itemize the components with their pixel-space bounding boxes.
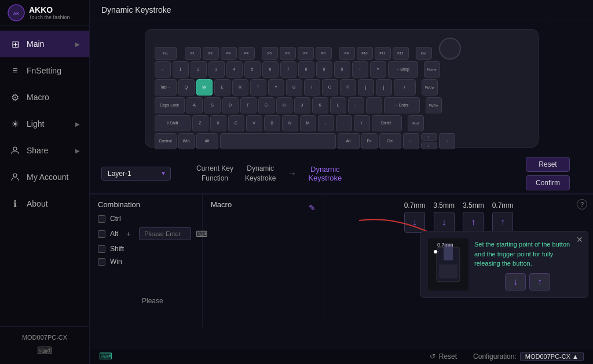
key-s[interactable]: S bbox=[204, 97, 221, 113]
key-b[interactable]: B bbox=[264, 115, 280, 131]
key-down[interactable]: ↓ bbox=[421, 142, 437, 149]
key-f11[interactable]: F11 bbox=[375, 47, 391, 60]
key-t[interactable]: T bbox=[250, 79, 266, 95]
key-8[interactable]: 8 bbox=[298, 61, 314, 78]
key-rshift[interactable]: Shift⇧ bbox=[372, 115, 402, 131]
key-0[interactable]: 0 bbox=[334, 61, 350, 78]
key-pgup[interactable]: PgUp bbox=[422, 79, 438, 95]
key-capslock[interactable]: Caps Lock bbox=[155, 97, 185, 113]
config-value[interactable]: MOD007PC-CX ▲ bbox=[520, 352, 584, 361]
key-lwin[interactable]: Win bbox=[178, 133, 195, 149]
key-pgdn[interactable]: PgDn bbox=[426, 97, 442, 113]
layer-dropdown[interactable]: Layer-1 Layer-2 Layer-3 bbox=[101, 167, 171, 181]
key-c[interactable]: C bbox=[228, 115, 244, 131]
key-f6[interactable]: F6 bbox=[280, 47, 296, 60]
reset-button[interactable]: Reset bbox=[526, 157, 570, 172]
key-5[interactable]: 5 bbox=[244, 61, 261, 78]
key-h[interactable]: H bbox=[276, 97, 292, 113]
confirm-button[interactable]: Confirm bbox=[526, 175, 570, 190]
key-w[interactable]: W bbox=[196, 79, 213, 95]
win-checkbox[interactable] bbox=[98, 258, 105, 266]
key-f3[interactable]: F3 bbox=[221, 47, 237, 60]
key-lctrl[interactable]: Control bbox=[155, 133, 177, 149]
key-up[interactable]: ↑ bbox=[421, 133, 437, 141]
key-input[interactable] bbox=[139, 227, 191, 240]
key-semicolon[interactable]: ; bbox=[348, 97, 364, 113]
key-lshift[interactable]: ⇧Shift bbox=[155, 115, 191, 131]
alt-checkbox[interactable] bbox=[98, 230, 105, 238]
sidebar-item-main[interactable]: ⊞ Main ▶ bbox=[0, 31, 89, 57]
key-f5[interactable]: F5 bbox=[262, 47, 278, 60]
key-tilde[interactable]: ~ bbox=[155, 61, 171, 78]
key-quote[interactable]: ' bbox=[366, 97, 382, 113]
key-z[interactable]: Z bbox=[192, 115, 208, 131]
key-6[interactable]: 6 bbox=[262, 61, 279, 78]
macro-edit-icon[interactable]: ✎ bbox=[309, 203, 316, 212]
key-e[interactable]: E bbox=[214, 79, 230, 95]
key-v[interactable]: V bbox=[246, 115, 262, 131]
key-minus[interactable]: - bbox=[352, 61, 368, 78]
key-m[interactable]: M bbox=[300, 115, 316, 131]
key-f4[interactable]: F4 bbox=[239, 47, 255, 60]
tooltip-up-btn[interactable]: ↑ bbox=[529, 273, 550, 291]
sidebar-item-about[interactable]: ℹ About bbox=[0, 190, 89, 217]
key-j[interactable]: J bbox=[294, 97, 310, 113]
key-space[interactable] bbox=[220, 133, 336, 149]
key-period[interactable]: . bbox=[336, 115, 352, 131]
key-i[interactable]: I bbox=[304, 79, 320, 95]
key-9[interactable]: 9 bbox=[316, 61, 332, 78]
ctrl-checkbox[interactable] bbox=[98, 215, 105, 223]
ks-btn-1[interactable]: ↓ bbox=[434, 212, 455, 233]
key-q[interactable]: Q bbox=[178, 79, 195, 95]
status-reset-btn[interactable]: ↺ Reset bbox=[430, 352, 457, 361]
key-d[interactable]: D bbox=[222, 97, 239, 113]
key-lalt[interactable]: Alt bbox=[196, 133, 218, 149]
key-esc[interactable]: Esc bbox=[155, 47, 177, 60]
tooltip-close-btn[interactable]: ✕ bbox=[576, 235, 583, 244]
key-n[interactable]: N bbox=[282, 115, 298, 131]
key-y[interactable]: Y bbox=[268, 79, 284, 95]
key-r[interactable]: R bbox=[232, 79, 248, 95]
ks-btn-2[interactable]: ↑ bbox=[463, 212, 484, 233]
ks-btn-3[interactable]: ↑ bbox=[492, 212, 513, 233]
key-left[interactable]: ← bbox=[403, 133, 419, 149]
key-f2[interactable]: F2 bbox=[203, 47, 219, 60]
key-slash[interactable]: / bbox=[354, 115, 370, 131]
key-f8[interactable]: F8 bbox=[316, 47, 332, 60]
sidebar-item-myaccount[interactable]: My Account bbox=[0, 164, 89, 190]
tooltip-down-btn[interactable]: ↓ bbox=[505, 273, 526, 291]
ks-btn-0[interactable]: ↓ bbox=[404, 212, 425, 233]
key-l[interactable]: L bbox=[330, 97, 346, 113]
key-right[interactable]: → bbox=[439, 133, 455, 149]
sidebar-item-fnsetting[interactable]: ≡ FnSetting bbox=[0, 57, 89, 84]
key-ralt[interactable]: Alt bbox=[338, 133, 360, 149]
key-a[interactable]: A bbox=[186, 97, 203, 113]
key-f[interactable]: F bbox=[240, 97, 257, 113]
key-2[interactable]: 2 bbox=[191, 61, 207, 78]
layer-select-wrapper[interactable]: Layer-1 Layer-2 Layer-3 ▼ bbox=[101, 167, 171, 181]
key-rctrl[interactable]: Ctrl bbox=[379, 133, 401, 149]
key-f9[interactable]: F9 bbox=[339, 47, 355, 60]
key-fn[interactable]: Fn bbox=[361, 133, 378, 149]
key-3[interactable]: 3 bbox=[208, 61, 225, 78]
key-rbracket[interactable]: ] bbox=[376, 79, 392, 95]
key-del[interactable]: Del bbox=[416, 47, 432, 60]
sidebar-item-light[interactable]: ☀ Light ▶ bbox=[0, 111, 89, 137]
help-icon[interactable]: ? bbox=[577, 199, 587, 209]
key-lbracket[interactable]: [ bbox=[358, 79, 374, 95]
key-u[interactable]: U bbox=[286, 79, 302, 95]
key-home[interactable]: Home bbox=[424, 61, 440, 78]
key-1[interactable]: 1 bbox=[173, 61, 189, 78]
key-f12[interactable]: F12 bbox=[393, 47, 409, 60]
key-backslash[interactable]: \ bbox=[394, 79, 416, 95]
shift-checkbox[interactable] bbox=[98, 245, 105, 253]
key-enter[interactable]: ←Enter bbox=[384, 97, 420, 113]
key-comma[interactable]: , bbox=[318, 115, 334, 131]
key-g[interactable]: G bbox=[258, 97, 274, 113]
key-equal[interactable]: = bbox=[370, 61, 386, 78]
key-knob[interactable] bbox=[439, 38, 461, 60]
sidebar-item-macro[interactable]: ⚙ Macro bbox=[0, 84, 89, 111]
key-7[interactable]: 7 bbox=[280, 61, 296, 78]
key-backspace[interactable]: ←Bksp bbox=[388, 61, 418, 78]
key-p[interactable]: P bbox=[340, 79, 356, 95]
